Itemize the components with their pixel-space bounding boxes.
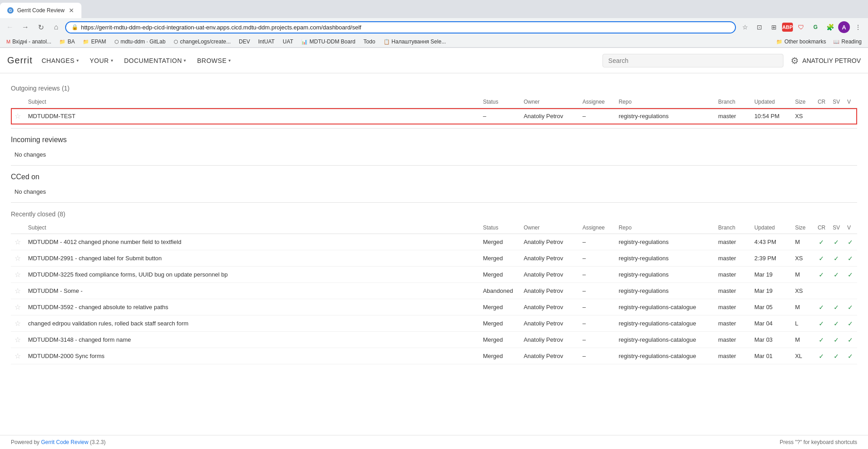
adblock-icon[interactable]: ABP bbox=[782, 23, 793, 32]
recently-closed-body: ☆ MDTUDDM - 4012 changed phone number fi… bbox=[11, 234, 857, 364]
row-assignee: – bbox=[579, 348, 615, 364]
tab-close-button[interactable]: ✕ bbox=[69, 7, 74, 14]
browser-chrome: G Gerrit Code Review ✕ ← → ↻ ⌂ 🔒 ☆ ⊡ ⊞ A… bbox=[0, 0, 868, 48]
settings-icon[interactable]: ⚙ bbox=[791, 55, 799, 66]
folder-icon: 📁 bbox=[59, 39, 66, 45]
bookmark-changelogs[interactable]: ⬡ changeLogs/create... bbox=[171, 38, 233, 46]
grammarly-icon[interactable]: G bbox=[809, 21, 822, 33]
bookmark-intuat[interactable]: IntUAT bbox=[256, 38, 277, 46]
col-assignee: Assignee bbox=[579, 222, 615, 234]
bookmark-board[interactable]: 📊 MDTU-DDM Board bbox=[299, 38, 358, 46]
gmail-icon: M bbox=[6, 39, 10, 44]
row-cr: ✓ bbox=[814, 348, 829, 364]
row-v: ✓ bbox=[844, 315, 857, 332]
row-owner: Anatoliy Petrov bbox=[520, 348, 579, 364]
table-row[interactable]: ☆ MDTUDDM - Some - Abandoned Anatoliy Pe… bbox=[11, 283, 857, 299]
row-sv: ✓ bbox=[829, 250, 844, 267]
col-repo: Repo bbox=[615, 222, 715, 234]
row-cr: ✓ bbox=[814, 267, 829, 283]
row-sv: ✓ bbox=[829, 332, 844, 348]
row-branch: master bbox=[715, 315, 751, 332]
star-icon[interactable]: ☆ bbox=[14, 271, 21, 278]
col-status: Status bbox=[479, 222, 520, 234]
back-button[interactable]: ← bbox=[4, 21, 16, 33]
table-row[interactable]: ☆ MDTUDDM-3148 - changed form name Merge… bbox=[11, 332, 857, 348]
home-button[interactable]: ⌂ bbox=[50, 21, 62, 33]
nav-browse-label: BROWSE bbox=[197, 57, 227, 64]
row-sv: ✓ bbox=[829, 299, 844, 315]
bookmark-label: mdtu-ddm · GitLab bbox=[121, 38, 166, 45]
table-row[interactable]: ☆ MDTUDDM-3225 fixed compliance forms, U… bbox=[11, 267, 857, 283]
table-row[interactable]: ☆ changed edrpou validation rules, rolle… bbox=[11, 315, 857, 332]
row-updated: Mar 19 bbox=[751, 267, 792, 283]
table-row[interactable]: ☆ MDTUDDM-3592 - changed absolute to rel… bbox=[11, 299, 857, 315]
star-icon[interactable]: ☆ bbox=[14, 287, 21, 295]
row-assignee: – bbox=[579, 267, 615, 283]
table-row[interactable]: ☆ MDTUDDM-2000 Sync forms Merged Anatoli… bbox=[11, 348, 857, 364]
url-input[interactable] bbox=[81, 24, 730, 31]
bookmark-gitlab[interactable]: ⬡ mdtu-ddm · GitLab bbox=[112, 38, 168, 46]
bookmark-sele[interactable]: 📋 Налаштування Sele... bbox=[381, 38, 449, 46]
star-icon[interactable]: ☆ bbox=[14, 320, 21, 327]
nav-your-label: YOUR bbox=[90, 57, 109, 64]
star-icon[interactable]: ☆ bbox=[14, 336, 21, 344]
row-subject: changed edrpou validation rules, rolled … bbox=[24, 315, 479, 332]
col-cr: CR bbox=[814, 222, 829, 234]
nav-item-changes[interactable]: CHANGES ▾ bbox=[36, 48, 84, 73]
nav-item-documentation[interactable]: DOCUMENTATION ▾ bbox=[119, 48, 192, 73]
gerrit-logo: Gerrit bbox=[7, 55, 33, 66]
chevron-down-icon: ▾ bbox=[111, 58, 114, 63]
table-row[interactable]: ☆ MDTUDDM - 4012 changed phone number fi… bbox=[11, 234, 857, 250]
sv-check-icon: ✓ bbox=[834, 336, 839, 344]
shield-icon[interactable]: 🛡 bbox=[795, 21, 807, 33]
bookmark-ba[interactable]: 📁 BA bbox=[57, 38, 77, 46]
row-subject: MDTUDDM-TEST bbox=[24, 108, 479, 124]
bookmark-inbox[interactable]: M Вхідні - anatol... bbox=[4, 38, 54, 46]
row-updated: Mar 05 bbox=[751, 299, 792, 315]
row-sv bbox=[829, 108, 844, 124]
incoming-reviews-section: Incoming reviews No changes bbox=[11, 132, 857, 162]
table-row[interactable]: ☆ MDTUDDM-TEST – Anatoliy Petrov – regis… bbox=[11, 108, 857, 124]
row-subject: MDTUDDM-3225 fixed compliance forms, UUI… bbox=[24, 267, 479, 283]
col-updated: Updated bbox=[751, 96, 792, 108]
bookmark-other[interactable]: 📁 Other bookmarks bbox=[773, 38, 829, 46]
star-icon[interactable]: ☆ bbox=[14, 238, 21, 246]
search-input[interactable] bbox=[602, 54, 783, 67]
browser-tab-active[interactable]: G Gerrit Code Review ✕ bbox=[0, 3, 81, 18]
col-branch: Branch bbox=[715, 222, 751, 234]
star-icon[interactable]: ☆ bbox=[14, 112, 21, 120]
nav-item-browse[interactable]: BROWSE ▾ bbox=[192, 48, 237, 73]
star-icon[interactable]: ☆ bbox=[14, 352, 21, 360]
gerrit-code-review-link[interactable]: Gerrit Code Review bbox=[41, 439, 89, 445]
row-updated: Mar 19 bbox=[751, 283, 792, 299]
star-icon[interactable]: ☆ bbox=[14, 254, 21, 262]
address-bar[interactable]: 🔒 bbox=[65, 21, 736, 33]
bookmark-reading-list[interactable]: 📖 Reading bbox=[830, 38, 864, 46]
table-row[interactable]: ☆ MDTUDDM-2991 - changed label for Submi… bbox=[11, 250, 857, 267]
grid-icon[interactable]: ⊞ bbox=[768, 21, 780, 33]
star-icon[interactable]: ☆ bbox=[14, 303, 21, 311]
row-status: – bbox=[479, 108, 520, 124]
bookmark-label: MDTU-DDM Board bbox=[309, 38, 355, 45]
col-star bbox=[11, 96, 24, 108]
forward-button[interactable]: → bbox=[19, 21, 32, 33]
row-branch: master bbox=[715, 267, 751, 283]
bookmark-star-icon[interactable]: ☆ bbox=[739, 21, 751, 33]
extensions-icon[interactable]: 🧩 bbox=[824, 21, 836, 33]
row-size: L bbox=[792, 315, 814, 332]
col-star bbox=[11, 222, 24, 234]
user-avatar[interactable]: A bbox=[838, 21, 850, 33]
bookmark-uat[interactable]: UAT bbox=[280, 38, 296, 46]
browser-profile-icon[interactable]: ⊡ bbox=[753, 21, 766, 33]
nav-item-your[interactable]: YOUR ▾ bbox=[84, 48, 119, 73]
menu-icon[interactable]: ⋮ bbox=[852, 21, 864, 33]
col-repo: Repo bbox=[615, 96, 715, 108]
bookmark-epam[interactable]: 📁 EPAM bbox=[80, 38, 109, 46]
row-branch: master bbox=[715, 332, 751, 348]
reload-button[interactable]: ↻ bbox=[34, 21, 47, 33]
bookmark-dev[interactable]: DEV bbox=[236, 38, 253, 46]
bookmark-todo[interactable]: Todo bbox=[361, 38, 378, 46]
row-status: Merged bbox=[479, 267, 520, 283]
toolbar-icons: ☆ ⊡ ⊞ ABP 🛡 G 🧩 A ⋮ bbox=[739, 21, 864, 33]
row-owner: Anatoliy Petrov bbox=[520, 332, 579, 348]
